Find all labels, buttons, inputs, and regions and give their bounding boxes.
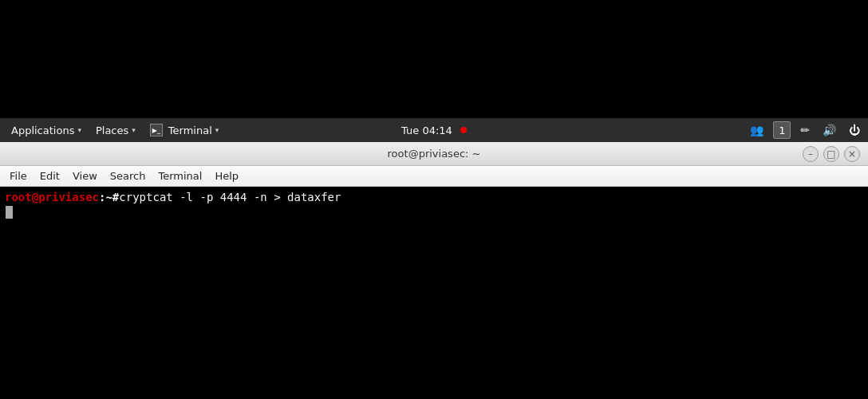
system-bar: Applications ▾ Places ▾ ▶_ Terminal ▾ Tu… xyxy=(0,118,868,142)
menu-help[interactable]: Help xyxy=(208,168,245,184)
applications-menu[interactable]: Applications ▾ xyxy=(5,123,88,138)
menu-view[interactable]: View xyxy=(66,168,104,184)
minimize-icon: – xyxy=(808,148,813,160)
users-icon[interactable]: 👥 xyxy=(747,122,767,138)
system-bar-left: Applications ▾ Places ▾ ▶_ Terminal ▾ xyxy=(5,122,225,138)
menu-terminal[interactable]: Terminal xyxy=(152,168,208,184)
menu-search[interactable]: Search xyxy=(104,168,152,184)
terminal-cursor xyxy=(6,206,13,219)
system-bar-right: 👥 1 ✏ 🔊 ⏻ xyxy=(747,121,863,139)
applications-label: Applications xyxy=(11,124,74,136)
terminal-window: root@priviasec: ~ – □ × File Edit View S… xyxy=(0,142,868,399)
system-clock: Tue 04:14 xyxy=(401,124,467,136)
menu-file[interactable]: File xyxy=(3,168,34,184)
terminal-icon: ▶_ xyxy=(150,124,163,136)
clock-text: Tue 04:14 xyxy=(401,124,452,136)
command-text: cryptcat -l -p 4444 -n > dataxfer xyxy=(119,190,341,206)
window-controls: – □ × xyxy=(803,146,860,162)
terminal-title: root@priviasec: ~ xyxy=(388,148,481,160)
clock-dot xyxy=(460,127,467,133)
close-icon: × xyxy=(848,148,856,160)
volume-icon[interactable]: 🔊 xyxy=(819,122,839,138)
menu-edit[interactable]: Edit xyxy=(34,168,66,184)
terminal-label: Terminal xyxy=(168,124,212,136)
terminal-menu[interactable]: ▶_ Terminal ▾ xyxy=(144,122,225,138)
terminal-arrow: ▾ xyxy=(215,126,219,134)
terminal-content[interactable]: root@priviasec :~# cryptcat -l -p 4444 -… xyxy=(0,187,868,399)
pencil-icon[interactable]: ✏ xyxy=(797,122,813,138)
power-icon[interactable]: ⏻ xyxy=(846,122,863,138)
prompt-user: root@priviasec xyxy=(5,190,99,206)
minimize-button[interactable]: – xyxy=(803,146,819,162)
applications-arrow: ▾ xyxy=(77,126,81,134)
close-button[interactable]: × xyxy=(844,146,860,162)
workspace-number: 1 xyxy=(779,124,785,136)
prompt-path: :~# xyxy=(99,190,119,206)
terminal-titlebar: root@priviasec: ~ – □ × xyxy=(0,142,868,166)
terminal-line-1: root@priviasec :~# cryptcat -l -p 4444 -… xyxy=(5,190,863,206)
places-arrow: ▾ xyxy=(132,126,136,134)
maximize-button[interactable]: □ xyxy=(823,146,839,162)
terminal-menubar: File Edit View Search Terminal Help xyxy=(0,166,868,187)
places-menu[interactable]: Places ▾ xyxy=(89,123,142,138)
workspace-badge[interactable]: 1 xyxy=(773,121,791,139)
maximize-icon: □ xyxy=(827,148,835,160)
places-label: Places xyxy=(96,124,128,136)
terminal-line-2 xyxy=(5,206,863,219)
